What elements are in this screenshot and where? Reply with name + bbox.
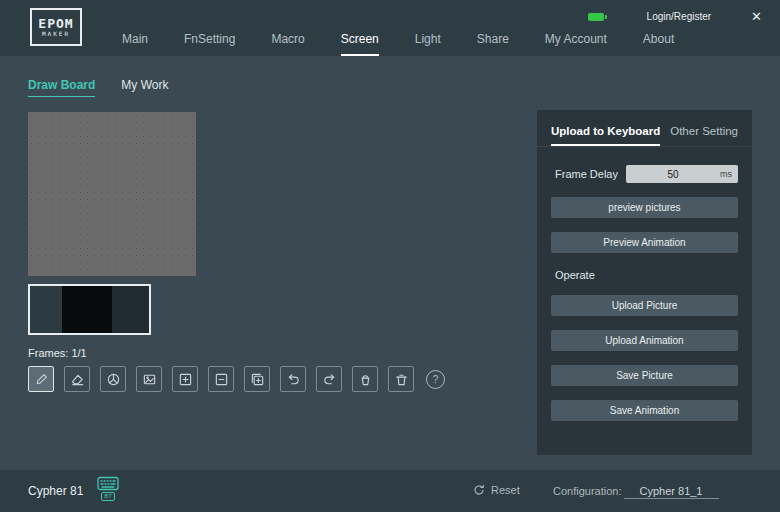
palette-icon (106, 372, 121, 387)
tab-other-setting[interactable]: Other Setting (670, 125, 738, 146)
frame-delay-row: Frame Delay ms (555, 165, 738, 183)
add-frame-icon (178, 372, 193, 387)
frame-delay-box: ms (626, 165, 738, 183)
nav-my-account[interactable]: My Account (545, 32, 607, 56)
topbar-right: Login/Register ✕ (588, 10, 762, 23)
frame-thumbnail[interactable] (28, 284, 151, 335)
operate-label: Operate (555, 269, 738, 281)
reset-label: Reset (491, 484, 520, 496)
eraser-icon (70, 372, 85, 387)
frame-delay-unit: ms (720, 169, 738, 179)
redo-icon (322, 372, 337, 387)
copy-frame-button[interactable] (244, 366, 270, 392)
workspace-tabs: Draw Board My Work (28, 78, 168, 97)
drawing-toolbar: ? (28, 366, 445, 392)
delete-button[interactable] (388, 366, 414, 392)
bt-badge: BT (101, 492, 115, 501)
configuration-label: Configuration: (553, 485, 622, 497)
save-animation-button[interactable]: Save Animation (551, 400, 738, 421)
nav-light[interactable]: Light (415, 32, 441, 56)
frame-thumbnail-segment (30, 286, 62, 333)
draw-canvas[interactable] (28, 112, 196, 276)
redo-button[interactable] (316, 366, 342, 392)
bottom-bar: Cypher 81 BT Reset Configuration: Cypher… (0, 470, 780, 512)
undo-button[interactable] (280, 366, 306, 392)
nav-screen[interactable]: Screen (341, 32, 379, 56)
save-picture-button[interactable]: Save Picture (551, 365, 738, 386)
configuration-value[interactable]: Cypher 81_1 (624, 485, 719, 499)
close-icon[interactable]: ✕ (751, 10, 762, 23)
nav-macro[interactable]: Macro (271, 32, 304, 56)
image-icon (142, 372, 157, 387)
undo-icon (286, 372, 301, 387)
frames-counter: Frames: 1/1 (28, 347, 87, 359)
device-name: Cypher 81 (28, 484, 83, 498)
login-register-link[interactable]: Login/Register (647, 11, 711, 22)
trash-icon (394, 372, 409, 387)
upload-animation-button[interactable]: Upload Animation (551, 330, 738, 351)
eraser-tool-button[interactable] (64, 366, 90, 392)
epomaker-logo: EPOM MAKER (30, 8, 82, 46)
remove-frame-icon (214, 372, 229, 387)
tab-upload-to-keyboard[interactable]: Upload to Keyboard (551, 125, 660, 146)
nav-main[interactable]: Main (122, 32, 148, 56)
frame-thumbnail-segment (112, 286, 149, 333)
top-bar: EPOM MAKER Main FnSetting Macro Screen L… (0, 0, 780, 56)
preview-pictures-button[interactable]: preview pictures (551, 197, 738, 218)
tab-draw-board[interactable]: Draw Board (28, 78, 95, 97)
pencil-tool-button[interactable] (28, 366, 54, 392)
keyboard-connection-button[interactable]: BT (97, 476, 119, 501)
fill-bucket-icon (358, 372, 373, 387)
logo-text-top: EPOM (38, 17, 73, 30)
panel-tabs: Upload to Keyboard Other Setting (537, 110, 752, 147)
app-window: EPOM MAKER Main FnSetting Macro Screen L… (0, 0, 780, 512)
tab-my-work[interactable]: My Work (121, 78, 168, 97)
fill-bucket-button[interactable] (352, 366, 378, 392)
frame-delay-input[interactable] (626, 168, 720, 181)
upload-panel: Upload to Keyboard Other Setting Frame D… (537, 110, 752, 455)
add-frame-button[interactable] (172, 366, 198, 392)
nav-share[interactable]: Share (477, 32, 509, 56)
configuration-group: Configuration: Cypher 81_1 (553, 485, 719, 499)
preview-animation-button[interactable]: Preview Animation (551, 232, 738, 253)
nav-fnsetting[interactable]: FnSetting (184, 32, 235, 56)
upload-picture-button[interactable]: Upload Picture (551, 295, 738, 316)
image-tool-button[interactable] (136, 366, 162, 392)
logo-text-bottom: MAKER (42, 30, 70, 37)
help-button[interactable]: ? (426, 370, 445, 389)
main-nav: Main FnSetting Macro Screen Light Share … (122, 32, 674, 56)
reset-icon (472, 483, 486, 497)
remove-frame-button[interactable] (208, 366, 234, 392)
frame-thumbnail-segment (62, 286, 112, 333)
keyboard-icon (97, 476, 119, 491)
reset-button[interactable]: Reset (472, 483, 520, 497)
battery-icon (588, 13, 607, 21)
palette-tool-button[interactable] (100, 366, 126, 392)
frame-delay-label: Frame Delay (555, 168, 618, 180)
pencil-icon (34, 372, 49, 387)
copy-frame-icon (250, 372, 265, 387)
nav-about[interactable]: About (643, 32, 674, 56)
